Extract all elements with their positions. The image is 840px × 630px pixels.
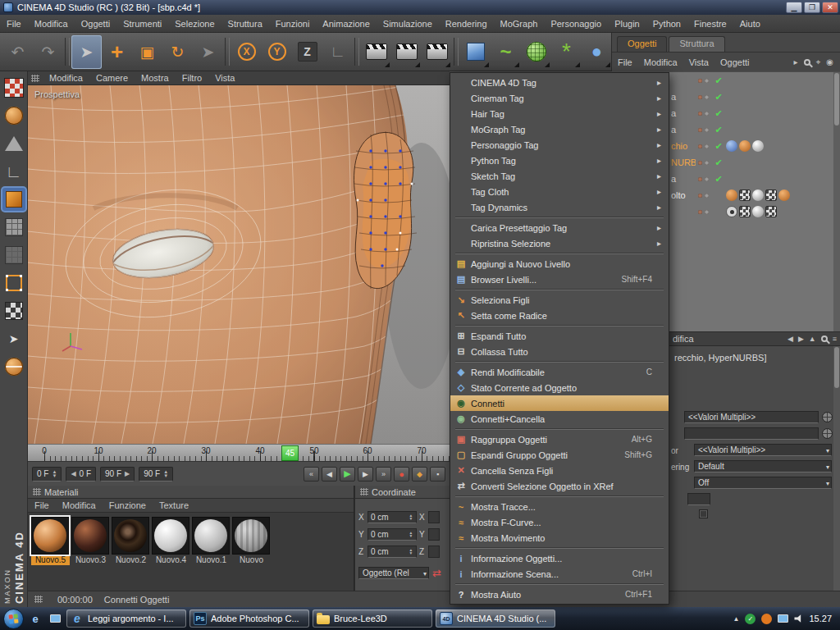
texture-tag-icon[interactable] bbox=[739, 189, 751, 201]
globe-icon[interactable] bbox=[822, 412, 833, 422]
enable-check-icon[interactable]: ✔ bbox=[713, 158, 724, 168]
context-menu-item[interactable]: Ripristina Selezione ▸ bbox=[450, 235, 669, 251]
tray-network-icon[interactable] bbox=[778, 614, 788, 623]
tray-antivirus-icon[interactable]: ✓ bbox=[745, 614, 756, 624]
last-tool-button[interactable]: ➤ bbox=[193, 35, 223, 69]
menu-icon[interactable]: ≡ bbox=[833, 335, 837, 343]
menu-item[interactable]: Aiuto bbox=[733, 15, 767, 33]
visibility-dot[interactable] bbox=[698, 79, 702, 83]
stepper-icon[interactable] bbox=[163, 470, 168, 478]
chevron-right-icon[interactable]: ▸ bbox=[794, 57, 798, 66]
taskbar-window-browser[interactable]: e Leggi argomento - I... bbox=[66, 609, 186, 628]
visibility-dot[interactable] bbox=[698, 194, 702, 198]
context-menu-item[interactable]: ▤ Browser Livelli... Shift+F4 bbox=[450, 272, 669, 287]
y-position-field[interactable]: 0 cm bbox=[368, 528, 417, 541]
multi-value-dropdown[interactable]: <<Valori Multipli>> bbox=[694, 444, 832, 456]
timeline-ruler[interactable]: 0 10 20 30 40 50 60 70 45 bbox=[28, 444, 450, 461]
undo-button[interactable]: ↶ bbox=[2, 35, 33, 69]
next-key-button[interactable]: ▶ bbox=[358, 467, 373, 482]
context-menu-item[interactable]: CINEMA 4D Tag ▸ bbox=[450, 75, 669, 90]
tray-expand-icon[interactable]: ▲ bbox=[733, 615, 740, 623]
context-menu-item[interactable]: Personaggio Tag ▸ bbox=[450, 137, 669, 153]
visibility-dot[interactable] bbox=[698, 95, 702, 99]
viewport-menu-item[interactable]: Camere bbox=[89, 71, 135, 85]
viewport-menu-item[interactable]: Mostra bbox=[135, 71, 176, 85]
target-icon[interactable]: ⌖ bbox=[816, 57, 821, 67]
object-row[interactable]: olto bbox=[669, 187, 840, 203]
context-menu-item[interactable]: i Informazione Oggetti... bbox=[450, 550, 669, 566]
context-menu-item[interactable]: ◇ Stato Corrente ad Oggetto bbox=[450, 380, 669, 395]
visibility-dot[interactable] bbox=[705, 177, 709, 181]
menu-item[interactable]: Modifica bbox=[28, 15, 75, 33]
visibility-dot[interactable] bbox=[705, 79, 709, 83]
context-menu-item[interactable]: Tag Dynamics ▸ bbox=[450, 199, 669, 215]
material-tag-icon[interactable] bbox=[739, 140, 751, 152]
context-menu-item[interactable] bbox=[455, 289, 664, 290]
context-menu-item[interactable]: Python Tag ▸ bbox=[450, 153, 669, 168]
visibility-dot[interactable] bbox=[705, 128, 709, 132]
context-menu-item[interactable] bbox=[455, 428, 664, 430]
context-menu-item[interactable] bbox=[455, 495, 664, 497]
menu-item[interactable]: File bbox=[0, 15, 28, 33]
materials-menu-item[interactable]: Modifica bbox=[56, 500, 103, 510]
material-item[interactable]: Nuovo.1 bbox=[192, 517, 231, 565]
taskbar-clock[interactable]: 15.27 bbox=[809, 614, 832, 623]
maximize-button[interactable] bbox=[804, 2, 820, 13]
name-multi-field[interactable]: <<Valori Multipli>> bbox=[684, 411, 819, 423]
object-row[interactable]: chio ✔ bbox=[669, 138, 840, 154]
context-menu-item[interactable]: ≈ Mostra F-Curve... bbox=[450, 514, 669, 530]
menu-item[interactable]: Finestre bbox=[687, 15, 733, 33]
add-hypernurbs-button[interactable] bbox=[521, 35, 551, 69]
material-tag-icon[interactable] bbox=[726, 189, 737, 201]
context-menu-item[interactable]: ⇄ Converti Selezione Oggetto in XRef bbox=[450, 478, 669, 494]
visibility-dot[interactable] bbox=[705, 210, 709, 214]
z-position-field[interactable]: 0 cm bbox=[368, 546, 417, 558]
context-menu-item[interactable]: ✕ Cancella Senza Figli bbox=[450, 463, 669, 478]
taskbar-window-photoshop[interactable]: Ps Adobe Photoshop C... bbox=[189, 609, 309, 628]
object-manager-scrollbar[interactable] bbox=[833, 72, 840, 331]
x-position-field[interactable]: 0 cm bbox=[368, 511, 417, 523]
add-cube-button[interactable] bbox=[460, 35, 491, 69]
forward-icon[interactable]: ▶ bbox=[798, 335, 804, 343]
context-menu-item[interactable]: ⊞ Espandi Tutto bbox=[450, 328, 669, 344]
x-size-field[interactable] bbox=[428, 511, 440, 523]
context-menu-item[interactable] bbox=[455, 325, 664, 326]
context-menu-item[interactable]: ↘ Seleziona Figli bbox=[450, 292, 669, 308]
material-tag-icon[interactable] bbox=[752, 206, 764, 217]
coordinates-header[interactable]: Coordinate bbox=[355, 486, 450, 499]
material-item[interactable]: Nuovo.3 bbox=[71, 517, 110, 565]
visibility-dot[interactable] bbox=[705, 161, 709, 165]
menu-item[interactable]: Plugin bbox=[608, 15, 646, 33]
viewport-canvas[interactable] bbox=[28, 85, 450, 444]
menu-item[interactable]: Strumenti bbox=[116, 15, 168, 33]
quicklaunch-explorer-icon[interactable] bbox=[47, 610, 63, 627]
lock-z-axis-button[interactable]: Z bbox=[292, 35, 322, 69]
model-mode-button[interactable] bbox=[2, 132, 25, 155]
materials-menu-item[interactable]: File bbox=[28, 500, 56, 510]
viewport-menu-item[interactable]: Filtro bbox=[176, 71, 208, 85]
autokey-button[interactable]: ▪ bbox=[430, 467, 445, 482]
make-editable-button[interactable] bbox=[2, 76, 25, 99]
globe-icon[interactable] bbox=[822, 428, 833, 439]
up-icon[interactable]: ▲ bbox=[809, 335, 816, 343]
polygons-mode-button[interactable] bbox=[2, 272, 25, 294]
frame-start-field[interactable]: 0 F bbox=[32, 467, 62, 482]
visibility-dot[interactable] bbox=[698, 128, 702, 132]
lock-y-axis-button[interactable]: Y bbox=[262, 35, 292, 69]
material-tag-icon[interactable] bbox=[752, 189, 764, 201]
move-tool[interactable]: + bbox=[102, 35, 132, 69]
snap-mode-button[interactable]: ➤ bbox=[2, 327, 25, 350]
render-settings-button[interactable] bbox=[422, 35, 452, 69]
menu-item[interactable]: Funzioni bbox=[269, 15, 317, 33]
taskbar-window-cinema4d[interactable]: 4D CINEMA 4D Studio (... bbox=[436, 609, 555, 628]
object-row[interactable]: a ✔ bbox=[669, 89, 840, 105]
texture-tag-icon[interactable] bbox=[739, 206, 751, 217]
object-manager-menu-item[interactable]: Vista bbox=[683, 57, 714, 67]
context-menu-item[interactable]: i Informazione Scena... Ctrl+I bbox=[450, 566, 669, 582]
menu-item[interactable]: Python bbox=[646, 15, 687, 33]
material-item[interactable]: Nuovo.4 bbox=[152, 517, 190, 565]
attribute-scrollbar[interactable] bbox=[833, 346, 840, 591]
scale-tool[interactable]: ▣ bbox=[132, 35, 162, 69]
search-icon[interactable] bbox=[821, 336, 828, 342]
redo-button[interactable]: ↷ bbox=[33, 35, 63, 69]
